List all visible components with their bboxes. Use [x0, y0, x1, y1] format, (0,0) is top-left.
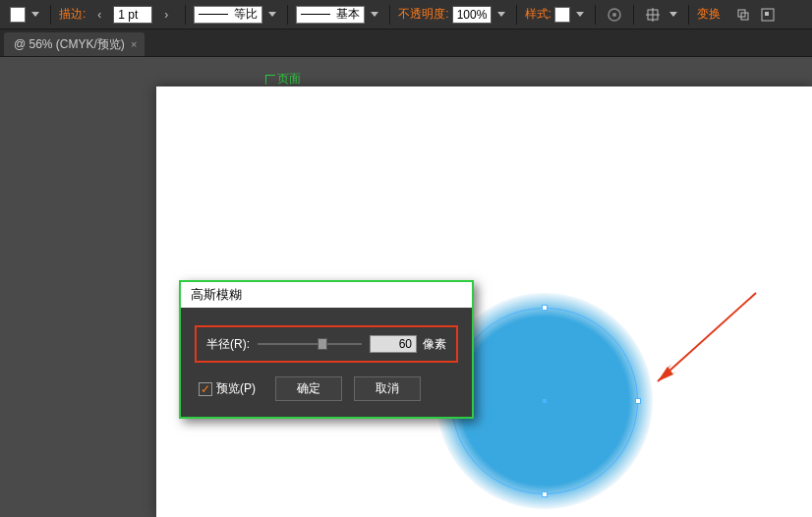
stroke-step-down[interactable]: ‹ — [88, 4, 110, 26]
radius-unit: 像素 — [423, 336, 446, 353]
annotation-arrow-icon — [638, 283, 766, 401]
ok-button[interactable]: 确定 — [275, 376, 342, 401]
radius-input[interactable] — [370, 335, 417, 353]
handle-center[interactable] — [543, 399, 547, 403]
brush-profile-combo[interactable]: 基本 — [296, 6, 365, 24]
isolate-icon[interactable] — [757, 4, 779, 26]
handle-south[interactable] — [542, 491, 548, 497]
svg-marker-11 — [658, 367, 673, 381]
recolor-icon[interactable] — [604, 4, 625, 26]
selected-ellipse[interactable] — [451, 308, 638, 494]
align-icon[interactable] — [642, 4, 664, 26]
align-dropdown[interactable] — [667, 8, 680, 22]
opacity-label: 不透明度: — [398, 6, 448, 23]
svg-marker-10 — [658, 364, 677, 381]
page-tag-label: 页面 — [277, 71, 301, 87]
corner-icon — [265, 75, 275, 85]
radius-slider[interactable] — [258, 343, 362, 345]
stroke-weight-input[interactable] — [113, 6, 152, 24]
document-tab[interactable]: @ 56% (CMYK/预览) × — [4, 32, 145, 56]
dash-profile-combo[interactable]: 等比 — [194, 6, 262, 24]
handle-east[interactable] — [635, 398, 641, 404]
stroke-label: 描边: — [59, 6, 86, 23]
dialog-title: 高斯模糊 — [181, 282, 472, 308]
style-swatch[interactable] — [554, 7, 570, 23]
cancel-button[interactable]: 取消 — [354, 376, 421, 401]
profile-label: 基本 — [336, 6, 360, 23]
tab-title: @ 56% (CMYK/预览) — [14, 36, 125, 53]
page-tag: 页面 — [265, 71, 301, 87]
document-tabstrip: @ 56% (CMYK/预览) × — [0, 29, 812, 57]
handle-north[interactable] — [542, 305, 548, 311]
options-toolbar: 描边: ‹ › 等比 基本 不透明度: 样式: 变换 — [0, 0, 812, 29]
fill-dropdown[interactable] — [29, 8, 42, 22]
dash-label: 等比 — [234, 6, 258, 23]
svg-point-1 — [612, 13, 616, 17]
opacity-input[interactable] — [452, 6, 492, 24]
brush-dropdown[interactable] — [368, 8, 381, 22]
opacity-dropdown[interactable] — [494, 8, 508, 22]
dialog-buttons-row: ✓ 预览(P) 确定 取消 — [195, 376, 458, 401]
stroke-step-up[interactable]: › — [155, 4, 177, 26]
svg-line-9 — [658, 293, 756, 381]
svg-rect-8 — [765, 12, 769, 16]
crop-icon[interactable] — [732, 4, 754, 26]
style-label: 样式: — [525, 6, 551, 23]
checkmark-icon: ✓ — [201, 382, 210, 396]
fill-swatch[interactable] — [10, 7, 26, 23]
radius-row-highlight: 半径(R): 像素 — [195, 325, 458, 363]
style-dropdown[interactable] — [573, 8, 587, 22]
gaussian-blur-dialog: 高斯模糊 半径(R): 像素 ✓ 预览(P) 确定 取消 — [179, 280, 474, 419]
dash-dropdown[interactable] — [265, 8, 279, 22]
slider-thumb[interactable] — [318, 338, 327, 350]
close-icon[interactable]: × — [131, 38, 137, 50]
radius-label: 半径(R): — [206, 336, 250, 353]
preview-checkbox[interactable]: ✓ — [199, 382, 212, 396]
transform-label[interactable]: 变换 — [697, 6, 721, 23]
preview-label: 预览(P) — [216, 380, 256, 397]
